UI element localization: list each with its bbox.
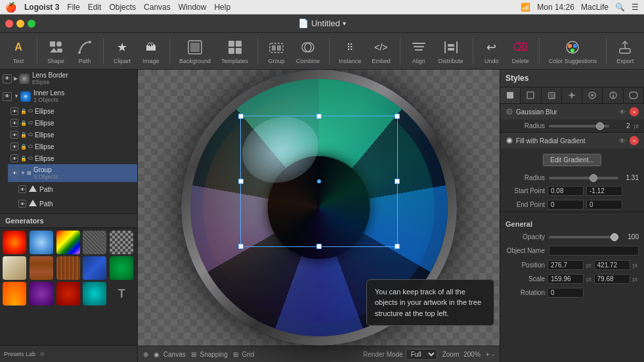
selection-handle-bl[interactable] bbox=[238, 244, 244, 249]
generator-marble[interactable] bbox=[3, 256, 26, 280]
blur-radius-slider[interactable] bbox=[549, 125, 609, 127]
generator-red[interactable] bbox=[56, 282, 80, 305]
tab-distort[interactable] bbox=[624, 87, 644, 103]
selection-box[interactable] bbox=[240, 116, 398, 247]
minimize-window-button[interactable] bbox=[16, 20, 24, 28]
layer-eye-toggle[interactable]: 👁 bbox=[18, 185, 26, 193]
position-y-input[interactable] bbox=[594, 260, 630, 270]
tab-see-through[interactable] bbox=[582, 87, 603, 103]
object-name-input[interactable] bbox=[549, 246, 639, 256]
close-window-button[interactable] bbox=[5, 20, 13, 28]
export-tool[interactable]: Export bbox=[612, 35, 638, 67]
position-x-input[interactable] bbox=[547, 260, 584, 270]
start-point-x[interactable] bbox=[547, 186, 584, 196]
gradient-radius-thumb[interactable] bbox=[590, 174, 597, 182]
layer-eye-toggle[interactable]: 👁 bbox=[3, 92, 12, 101]
generator-wood[interactable] bbox=[30, 256, 53, 280]
generator-checker[interactable] bbox=[110, 231, 133, 254]
fullscreen-window-button[interactable] bbox=[28, 20, 35, 28]
path-tool[interactable]: Path bbox=[72, 35, 98, 67]
opacity-thumb[interactable] bbox=[611, 233, 618, 241]
blur-radius-thumb[interactable] bbox=[596, 122, 604, 130]
gradient-radius-slider[interactable] bbox=[549, 177, 618, 179]
generator-text[interactable]: T bbox=[110, 282, 133, 305]
render-mode-select[interactable]: Full Fast bbox=[406, 349, 437, 360]
selection-handle-tl[interactable] bbox=[238, 114, 244, 119]
zoom-control[interactable]: Zoom 200% + - bbox=[442, 351, 494, 358]
menu-canvas[interactable]: Canvas bbox=[144, 3, 171, 12]
layer-eye-toggle[interactable]: 👁 bbox=[11, 119, 18, 127]
layer-ellipse-4[interactable]: 👁 🔒 ⬭ Ellipse bbox=[8, 141, 137, 152]
canvas-label[interactable]: ◉ Canvas bbox=[154, 351, 186, 358]
gaussian-blur-header[interactable]: Gaussian Blur 👁 × bbox=[500, 104, 644, 120]
embed-tool[interactable]: </> Embed bbox=[368, 35, 395, 67]
selection-handle-mr[interactable] bbox=[395, 179, 400, 184]
tab-border[interactable] bbox=[521, 87, 541, 103]
zoom-out-button[interactable]: - bbox=[492, 351, 494, 358]
delete-tool[interactable]: ⌫ Delete bbox=[507, 35, 534, 67]
layer-ellipse-2[interactable]: 👁 🔒 ⬭ Ellipse bbox=[8, 117, 137, 129]
search-icon[interactable]: 🔍 bbox=[615, 3, 625, 12]
generator-cyan[interactable] bbox=[83, 282, 106, 305]
radial-gradient-eye-button[interactable]: 👁 bbox=[618, 136, 627, 145]
tab-fill[interactable] bbox=[500, 87, 521, 103]
menu-window[interactable]: Window bbox=[179, 3, 207, 12]
start-point-y[interactable] bbox=[586, 186, 622, 196]
title-chevron-icon[interactable]: ▾ bbox=[343, 20, 346, 27]
layer-eye-toggle[interactable]: 👁 bbox=[11, 143, 18, 150]
align-tool[interactable]: Align bbox=[406, 35, 432, 67]
zoom-in-button[interactable]: + bbox=[486, 351, 490, 358]
radial-gradient-close-button[interactable]: × bbox=[630, 136, 639, 145]
layer-path-2[interactable]: 👁 Path bbox=[16, 196, 137, 211]
shape-tool[interactable]: Shape bbox=[43, 35, 69, 67]
layer-eye-toggle[interactable]: 👁 bbox=[11, 154, 18, 162]
generator-noise[interactable] bbox=[83, 231, 106, 254]
tab-general-style[interactable] bbox=[603, 87, 623, 103]
layer-eye-toggle[interactable]: 👁 bbox=[11, 170, 18, 177]
generator-fur[interactable] bbox=[56, 256, 80, 280]
undo-tool[interactable]: ↩ Undo bbox=[479, 35, 505, 67]
tab-effect[interactable] bbox=[562, 87, 582, 103]
instance-tool[interactable]: ⠿ Instance bbox=[335, 35, 365, 67]
scale-y-input[interactable] bbox=[594, 274, 630, 284]
gaussian-blur-close-button[interactable]: × bbox=[630, 107, 639, 116]
layer-eye-toggle[interactable]: 👁 bbox=[3, 74, 12, 83]
tab-shadow[interactable] bbox=[542, 87, 562, 103]
layer-lens-border[interactable]: 👁 ▶ ○ Lens Border Ellipse bbox=[0, 70, 137, 87]
menu-objects[interactable]: Objects bbox=[109, 3, 136, 12]
canvas-option-icon[interactable]: ⊕ bbox=[143, 351, 148, 358]
layer-ellipse-3[interactable]: 👁 🔒 ⬭ Ellipse bbox=[8, 129, 137, 141]
menu-file[interactable]: File bbox=[67, 3, 79, 12]
snapping-label[interactable]: ⊞ Snapping bbox=[191, 351, 228, 358]
end-point-x[interactable] bbox=[547, 200, 584, 210]
menu-edit[interactable]: Edit bbox=[88, 3, 102, 12]
end-point-y[interactable] bbox=[586, 200, 622, 210]
render-mode-control[interactable]: Render Mode Full Fast bbox=[363, 349, 437, 360]
layer-eye-toggle[interactable]: 👁 bbox=[11, 107, 18, 115]
distribute-tool[interactable]: Distribute bbox=[435, 35, 467, 67]
user-profile[interactable]: MacLife bbox=[581, 3, 609, 12]
control-icon[interactable]: ☰ bbox=[632, 3, 639, 12]
menu-help[interactable]: Help bbox=[214, 3, 230, 12]
scale-x-input[interactable] bbox=[547, 274, 584, 284]
layer-group[interactable]: 👁 ▼ ⊞ Group 3 Objects bbox=[8, 164, 137, 182]
gaussian-blur-eye-button[interactable]: 👁 bbox=[618, 107, 627, 116]
generator-cloud[interactable] bbox=[30, 231, 53, 254]
selection-handle-tr[interactable] bbox=[395, 114, 400, 119]
canvas-surface[interactable]: You can keep track of all the objects in… bbox=[138, 70, 500, 346]
color-suggestions-tool[interactable]: Color Suggestions bbox=[545, 35, 601, 67]
selection-handle-br[interactable] bbox=[395, 244, 400, 249]
radial-gradient-header[interactable]: Fill with Radial Gradient 👁 × bbox=[500, 133, 644, 148]
layer-inner-lens[interactable]: 👁 ▼ ● Inner Lens 1 Objects bbox=[0, 87, 137, 105]
clipart-tool[interactable]: ★ Clipart bbox=[109, 35, 135, 67]
background-tool[interactable]: Background bbox=[175, 35, 215, 67]
generator-green[interactable] bbox=[110, 256, 133, 280]
generator-flame[interactable] bbox=[3, 231, 26, 254]
combine-tool[interactable]: Combine bbox=[292, 35, 324, 67]
selection-handle-ml[interactable] bbox=[238, 179, 244, 184]
rotation-input[interactable] bbox=[547, 288, 584, 298]
selection-handle-tm[interactable] bbox=[316, 114, 322, 119]
layer-ellipse-1[interactable]: 👁 🔒 ⬭ Ellipse bbox=[8, 105, 137, 117]
grid-label[interactable]: ⊞ Grid bbox=[233, 351, 255, 358]
generator-rainbow[interactable] bbox=[56, 231, 80, 254]
